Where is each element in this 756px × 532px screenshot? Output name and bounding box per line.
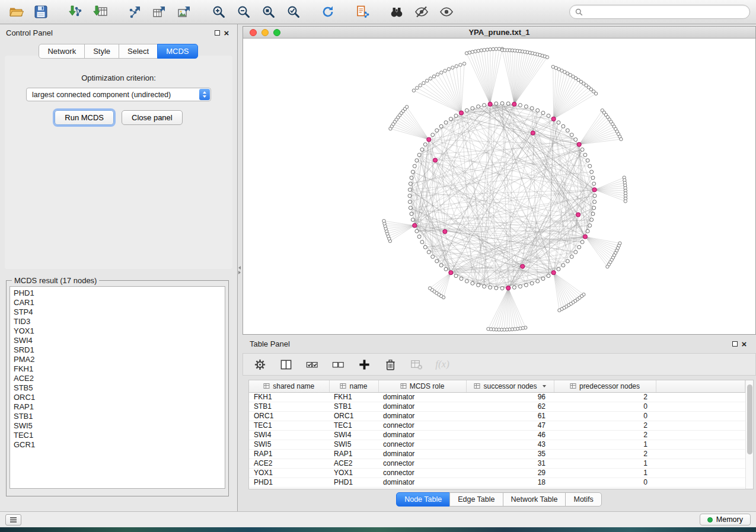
tab-mcds[interactable]: MCDS	[157, 44, 197, 59]
search-input[interactable]	[586, 8, 744, 17]
network-canvas[interactable]	[243, 39, 755, 334]
mcds-result-item[interactable]: SWI4	[14, 336, 225, 345]
close-panel-button[interactable]: ×	[222, 28, 231, 37]
mcds-result-item[interactable]: FKH1	[14, 364, 225, 374]
cell-successor-nodes: 46	[466, 430, 554, 440]
tab-edge-table[interactable]: Edge Table	[449, 492, 503, 507]
mcds-result-item[interactable]: TEC1	[14, 431, 225, 440]
table-options-button[interactable]	[253, 357, 267, 371]
splitter-grip-icon	[238, 266, 241, 274]
table-row[interactable]: TEC1TEC1connector472	[249, 421, 745, 430]
mcds-result-item[interactable]: PMA2	[14, 355, 225, 364]
table-row[interactable]: SWI4SWI4dominator462	[249, 430, 745, 440]
mcds-result-item[interactable]: RAP1	[14, 402, 225, 412]
mcds-result-item[interactable]: STB5	[14, 383, 225, 393]
export-image-button[interactable]	[174, 2, 194, 22]
deselect-all-icon	[332, 358, 344, 371]
zoom-selected-button[interactable]	[283, 2, 304, 22]
header-mcds-role[interactable]: MCDS role	[378, 380, 466, 392]
tab-select[interactable]: Select	[119, 44, 158, 59]
cell-name: STB1	[329, 402, 378, 411]
mcds-result-item[interactable]: STP4	[14, 307, 225, 317]
cell-mcds-role: dominator	[378, 392, 466, 402]
mcds-result-item[interactable]: SWI5	[14, 421, 225, 431]
mcds-result-item[interactable]: CAR1	[14, 298, 225, 307]
scrollbar-thumb[interactable]	[747, 384, 752, 454]
table-scrollbar[interactable]	[745, 380, 753, 489]
document-share-button[interactable]	[352, 2, 372, 22]
tab-motifs[interactable]: Motifs	[565, 492, 601, 507]
search-network-button[interactable]	[387, 2, 407, 22]
cell-predecessor-nodes: 0	[554, 402, 656, 411]
tab-network-table[interactable]: Network Table	[503, 492, 566, 507]
mcds-result-item[interactable]: GCR1	[14, 440, 225, 450]
delete-column-button[interactable]	[383, 357, 397, 371]
deselect-all-button[interactable]	[331, 357, 345, 371]
float-panel-button[interactable]	[212, 28, 222, 37]
table-row[interactable]: RAP1RAP1dominator352	[249, 449, 745, 459]
import-table-button[interactable]	[90, 2, 110, 22]
import-network-button[interactable]	[65, 2, 85, 22]
table-row[interactable]: SWI5SWI5connector431	[249, 440, 745, 449]
table-row[interactable]: FKH1FKH1dominator962	[249, 392, 745, 402]
export-network-button[interactable]	[125, 2, 145, 22]
cell-name: PHD1	[329, 477, 378, 487]
save-session-button[interactable]	[31, 2, 51, 22]
select-all-button[interactable]	[305, 357, 319, 371]
table-panel-title: Table Panel	[250, 339, 730, 348]
panel-splitter[interactable]	[238, 24, 243, 511]
show-columns-button[interactable]	[279, 357, 293, 371]
header-predecessor-nodes[interactable]: predecessor nodes	[554, 380, 656, 392]
zoom-group	[209, 2, 304, 22]
dropdown-stepper-icon	[199, 89, 210, 100]
header-shared-name[interactable]: shared name	[249, 380, 329, 392]
mcds-result-item[interactable]: STB1	[14, 412, 225, 421]
minimize-window-icon[interactable]	[261, 29, 269, 36]
table-row[interactable]: PHD1PHD1dominator180	[249, 477, 745, 487]
header-successor-nodes[interactable]: successor nodes	[466, 380, 554, 392]
search-box[interactable]	[569, 5, 750, 19]
cell-filler	[656, 468, 745, 477]
mcds-result-list[interactable]: PHD1CAR1STP4TID3YOX1SWI4SRD1PMA2FKH1ACE2…	[9, 286, 225, 489]
header-name[interactable]: name	[329, 380, 378, 392]
run-mcds-button[interactable]: Run MCDS	[55, 110, 114, 125]
status-menu-button[interactable]	[5, 514, 21, 525]
close-window-icon[interactable]	[250, 29, 257, 36]
zoom-out-button[interactable]	[234, 2, 254, 22]
maximize-window-icon[interactable]	[273, 29, 280, 36]
add-column-button[interactable]	[357, 357, 371, 371]
close-table-panel-button[interactable]: ×	[739, 339, 749, 348]
table-row[interactable]: YOX1YOX1connector291	[249, 468, 745, 477]
folder-open-icon	[8, 4, 24, 20]
float-table-panel-button[interactable]	[730, 339, 739, 348]
criterion-dropdown[interactable]: largest connected component (undirected)	[26, 88, 211, 101]
table-row[interactable]: STB1STB1dominator620	[249, 402, 745, 411]
mcds-result-item[interactable]: SRD1	[14, 345, 225, 355]
network-window-titlebar[interactable]: YPA_prune.txt_1	[243, 27, 755, 39]
mcds-result-item[interactable]: ORC1	[14, 393, 225, 402]
zoom-in-button[interactable]	[209, 2, 229, 22]
cell-successor-nodes: 29	[466, 468, 554, 477]
cell-shared-name: PHD1	[249, 477, 329, 487]
hamburger-icon	[9, 517, 17, 523]
close-panel-action-button[interactable]: Close panel	[122, 110, 183, 125]
mcds-result-item[interactable]: ACE2	[14, 374, 225, 383]
tab-style[interactable]: Style	[84, 44, 119, 59]
memory-button[interactable]: Memory	[700, 514, 751, 525]
mcds-result-item[interactable]: TID3	[14, 317, 225, 326]
refresh-button[interactable]	[318, 2, 338, 22]
open-file-button[interactable]	[6, 2, 26, 22]
tab-node-table[interactable]: Node Table	[396, 492, 450, 507]
mcds-result-item[interactable]: PHD1	[14, 289, 225, 298]
show-all-button[interactable]	[436, 2, 457, 22]
cell-mcds-role: dominator	[378, 430, 466, 440]
export-table-button[interactable]	[149, 2, 170, 22]
mcds-tab-content: Optimization criterion: largest connecte…	[5, 56, 232, 269]
table-row[interactable]: ACE2ACE2connector311	[249, 459, 745, 468]
trash-icon	[384, 358, 397, 371]
zoom-fit-button[interactable]	[259, 2, 279, 22]
table-row[interactable]: ORC1ORC1dominator610	[249, 411, 745, 421]
mcds-result-item[interactable]: YOX1	[14, 326, 225, 336]
hide-selected-button[interactable]	[412, 2, 432, 22]
tab-network[interactable]: Network	[39, 44, 85, 59]
